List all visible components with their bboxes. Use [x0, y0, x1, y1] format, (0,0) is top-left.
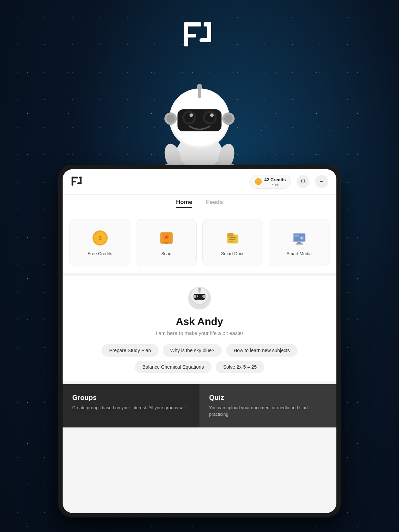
smart-media-label: Smart Media [287, 251, 312, 256]
svg-point-26 [224, 115, 233, 123]
credits-label: Free [264, 183, 286, 186]
svg-point-70 [203, 295, 206, 298]
groups-title: Groups [72, 394, 190, 402]
svg-rect-52 [229, 239, 235, 240]
nav-tabs: Home Feeds [63, 195, 336, 212]
svg-point-72 [198, 287, 201, 290]
chat-button[interactable] [315, 175, 328, 188]
smart-docs-label: Smart Docs [221, 251, 245, 256]
svg-point-40 [322, 182, 323, 182]
svg-point-28 [197, 84, 202, 89]
scan-label: Scan [161, 251, 172, 256]
action-smart-media[interactable]: Smart Media [269, 219, 330, 266]
svg-point-22 [210, 113, 214, 117]
free-credits-icon: $ [91, 229, 109, 247]
svg-point-24 [166, 115, 175, 123]
quick-actions-grid: $ Free Credits Scan [63, 212, 336, 273]
svg-point-21 [190, 113, 193, 117]
tablet-device: $ 42 Credits Free [58, 165, 341, 517]
smart-docs-icon [224, 229, 242, 247]
app-header: $ 42 Credits Free [63, 169, 336, 195]
svg-rect-33 [77, 183, 82, 184]
svg-rect-30 [72, 177, 78, 178]
app-logo [71, 176, 83, 187]
svg-rect-51 [229, 237, 236, 238]
ask-andy-subtitle: I am here to make your life a bit easier [155, 330, 243, 336]
action-smart-docs[interactable]: Smart Docs [202, 219, 263, 266]
notification-button[interactable] [296, 175, 310, 188]
chip-learn-subjects[interactable]: How to learn new subjects [226, 344, 297, 357]
suggestion-chips: Prepare Study Plan Why is the sky blue? … [96, 344, 303, 373]
svg-point-67 [197, 295, 198, 297]
header-actions: $ 42 Credits Free [249, 175, 328, 189]
credits-amount: 42 Credits [264, 177, 286, 183]
svg-rect-2 [184, 34, 196, 37]
chip-sky-blue[interactable]: Why is the sky blue? [163, 344, 222, 357]
scan-icon [158, 229, 175, 247]
action-scan[interactable]: Scan [136, 219, 197, 266]
svg-point-69 [193, 295, 196, 298]
ask-andy-title: Ask Andy [176, 316, 223, 327]
svg-rect-53 [229, 241, 234, 242]
tab-feeds[interactable]: Feeds [206, 199, 223, 208]
svg-rect-4 [200, 38, 211, 42]
chip-solve-equation[interactable]: Solve 2x-5 = 25 [216, 361, 265, 373]
svg-rect-50 [227, 233, 234, 237]
credits-text: 42 Credits Free [264, 177, 286, 186]
chip-prepare-study-plan[interactable]: Prepare Study Plan [101, 344, 158, 357]
action-free-credits[interactable]: $ Free Credits [69, 219, 130, 266]
free-credits-label: Free Credits [88, 251, 112, 256]
svg-text:$: $ [258, 180, 259, 184]
bottom-cards: Groups Create groups based on your inter… [63, 384, 336, 427]
svg-rect-58 [294, 235, 299, 237]
chip-balance-equations[interactable]: Balance Chemical Equations [135, 361, 212, 373]
svg-rect-56 [297, 242, 301, 243]
tablet-screen: $ 42 Credits Free [63, 169, 336, 513]
svg-point-38 [321, 182, 322, 182]
quiz-card[interactable]: Quiz You can upload your document or med… [200, 384, 336, 427]
svg-text:$: $ [98, 235, 101, 241]
svg-rect-1 [184, 22, 201, 26]
credits-badge[interactable]: $ 42 Credits Free [249, 175, 291, 189]
tab-home[interactable]: Home [176, 199, 192, 208]
svg-point-48 [164, 242, 169, 244]
svg-rect-31 [72, 181, 76, 182]
quiz-title: Quiz [209, 394, 327, 402]
svg-point-47 [165, 236, 168, 238]
svg-rect-34 [79, 177, 82, 178]
svg-rect-5 [204, 22, 211, 26]
smart-media-icon [290, 229, 308, 247]
svg-rect-57 [295, 243, 303, 245]
groups-card[interactable]: Groups Create groups based on your inter… [63, 384, 200, 427]
quiz-desc: You can upload your document or media an… [209, 404, 327, 418]
groups-desc: Create groups based on your interest. Al… [72, 404, 190, 411]
andy-avatar [187, 286, 212, 313]
ask-andy-section: Ask Andy I am here to make your life a b… [63, 276, 336, 381]
svg-point-39 [320, 182, 321, 182]
